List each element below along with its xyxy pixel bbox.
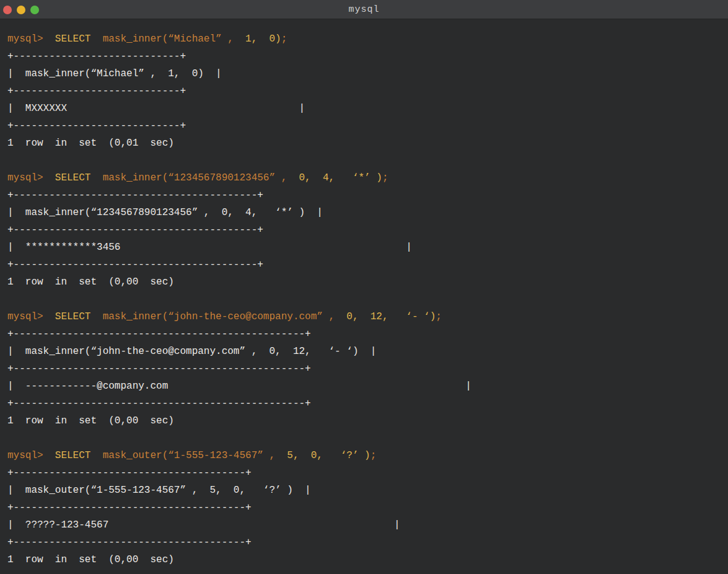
spacer	[90, 311, 102, 322]
blank-line	[7, 291, 726, 308]
table-row-line: | mask_inner(“1234567890123456” , 0, 4, …	[7, 204, 726, 221]
sql-keyword: SELECT	[55, 450, 91, 461]
table-row-line: | mask_inner(“Michael” , 1, 0) |	[7, 65, 726, 82]
status-line: 1 row in set (0,01 sec)	[7, 135, 726, 152]
prompt: mysql>	[7, 33, 43, 45]
table-border-line: +----------------------------+	[7, 117, 726, 135]
titlebar: mysql	[0, 0, 728, 19]
sql-literal: 0, 4, ‘*’ )	[299, 172, 382, 183]
spacer	[43, 33, 55, 45]
table-row-line: | ------------@company.com |	[7, 378, 726, 395]
sql-text: ;	[382, 172, 388, 183]
status-line: 1 row in set (0,00 sec)	[7, 412, 726, 430]
sql-keyword: SELECT	[55, 33, 91, 45]
table-border-line: +---------------------------------------…	[7, 499, 726, 516]
sql-literal: 1, 0)	[245, 33, 281, 45]
mysql-prompt-line: mysql> SELECT mask_inner(“john-the-ceo@c…	[7, 308, 726, 325]
status-line: 1 row in set (0,00 sec)	[7, 551, 726, 568]
sql-text: ;	[371, 450, 377, 461]
close-button[interactable]	[3, 6, 12, 14]
table-border-line: +---------------------------------------…	[7, 395, 726, 412]
spacer	[43, 172, 55, 183]
table-row-line: | ************3456 |	[7, 239, 726, 256]
prompt: mysql>	[7, 172, 43, 183]
sql-text: mask_outer(“1-555-123-4567” ,	[103, 450, 287, 461]
mysql-prompt-line: mysql> SELECT mask_outer(“1-555-123-4567…	[7, 447, 726, 464]
table-border-line: +---------------------------------------…	[7, 534, 726, 551]
sql-literal: 0, 12, ‘- ‘)	[346, 311, 436, 322]
sql-keyword: SELECT	[55, 172, 91, 183]
terminal-window: mysql mysql> SELECT mask_inner(“Michael”…	[0, 0, 728, 574]
spacer	[90, 172, 102, 183]
table-border-line: +---------------------------------------…	[7, 464, 726, 482]
sql-text: mask_inner(“john-the-ceo@company.com” ,	[103, 311, 347, 322]
table-border-line: +----------------------------+	[7, 48, 726, 65]
table-row-line: | ?????-123-4567 |	[7, 516, 726, 534]
table-row-line: | mask_inner(“john-the-ceo@company.com” …	[7, 343, 726, 360]
sql-keyword: SELECT	[55, 311, 91, 322]
sql-text: mask_inner(“Michael” ,	[103, 33, 245, 45]
prompt: mysql>	[7, 450, 43, 461]
mysql-prompt-line: mysql> SELECT mask_inner(“12345678901234…	[7, 169, 726, 187]
sql-text: ;	[281, 33, 287, 45]
table-row-line: | mask_outer(“1-555-123-4567” , 5, 0, ‘?…	[7, 482, 726, 499]
prompt: mysql>	[7, 311, 43, 322]
terminal-output: mysql> SELECT mask_inner(“Michael” , 1, …	[0, 19, 728, 574]
spacer	[43, 311, 55, 322]
spacer	[90, 450, 102, 461]
status-line: 1 row in set (0,00 sec)	[7, 273, 726, 291]
minimize-button[interactable]	[17, 6, 25, 14]
sql-text: mask_inner(“1234567890123456” ,	[103, 172, 299, 183]
spacer	[90, 33, 102, 45]
table-row-line: | MXXXXXX |	[7, 100, 726, 117]
spacer	[43, 450, 55, 461]
table-border-line: +---------------------------------------…	[7, 325, 726, 343]
sql-text: ;	[436, 311, 442, 322]
zoom-button[interactable]	[30, 6, 39, 14]
table-border-line: +---------------------------------------…	[7, 360, 726, 378]
mysql-prompt-line: mysql> SELECT mask_inner(“Michael” , 1, …	[7, 30, 726, 48]
window-title: mysql	[348, 4, 379, 15]
sql-literal: 5, 0, ‘?’ )	[287, 450, 370, 461]
table-border-line: +---------------------------------------…	[7, 221, 726, 239]
blank-line	[7, 430, 726, 447]
table-border-line: +----------------------------+	[7, 82, 726, 100]
traffic-lights	[3, 0, 39, 19]
table-border-line: +---------------------------------------…	[7, 187, 726, 204]
blank-line	[7, 152, 726, 169]
table-border-line: +---------------------------------------…	[7, 256, 726, 273]
